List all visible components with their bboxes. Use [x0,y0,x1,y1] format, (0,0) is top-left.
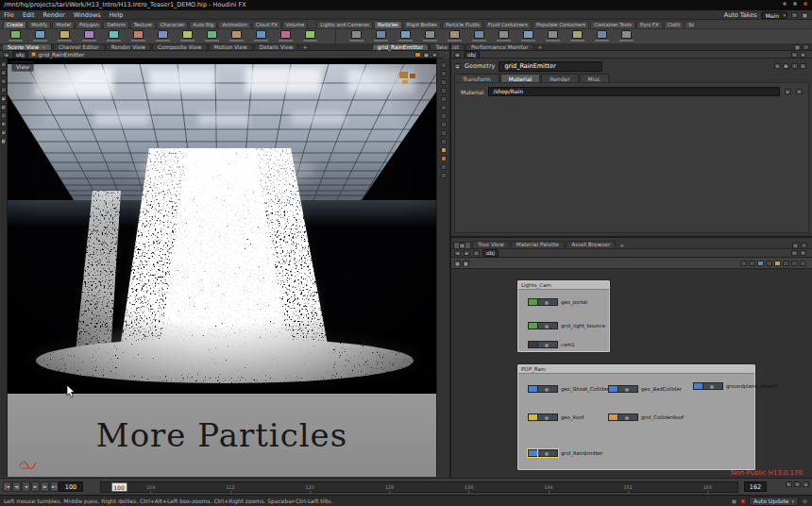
auto-takes-label[interactable]: Auto Takes [724,11,757,19]
shelf-tab[interactable]: Volume [282,21,308,28]
status-menu-icon[interactable]: ⋮ [802,498,808,504]
viewport-display-icon[interactable] [441,173,447,178]
network-box-title[interactable]: Lights_Cam [518,281,609,290]
node-flag-icon[interactable] [528,298,538,306]
shelf-tab[interactable]: Deform [103,21,128,28]
network-path-chip[interactable]: obj [482,249,499,257]
shelf-tool-icon[interactable] [418,30,441,42]
misc-tool-icon[interactable]: ■ [1,138,7,143]
node-body[interactable] [618,385,638,393]
node-flag-icon[interactable] [528,413,538,421]
message-log-icon[interactable]: ▤ [731,498,737,504]
tab-network-view[interactable]: ▤ [453,242,471,248]
pane-tab[interactable]: grid_RainEmitter [372,43,429,50]
shelf-tab[interactable]: Particle Fluids [442,21,483,28]
node-flag-icon[interactable] [31,52,36,57]
plus-icon[interactable]: + [299,43,310,50]
shelf-tool-icon[interactable] [369,30,392,42]
shelf-tool-icon[interactable] [176,30,198,42]
auto-update-selector[interactable]: Auto Update ▾ [749,497,799,506]
back-icon[interactable]: ◄ [454,250,461,256]
node-chooser-icon[interactable]: ▸ [785,89,791,94]
network-box-POP_Rain[interactable]: POP_Rain geo_Ghost_Collider geo_BedColli… [517,364,755,470]
playbar-prefs-icon[interactable]: ≡ [794,481,801,487]
pane-tab[interactable]: Details View [254,43,299,50]
shelf-tab[interactable]: Pyro FX [636,21,663,28]
pose-icon[interactable]: ● [1,95,7,101]
node-body[interactable] [538,322,558,329]
viewport-display-icon[interactable] [441,113,447,119]
shelf-tab[interactable]: Cloud FX [252,21,281,28]
shelf-tool-icon[interactable] [28,30,51,42]
node-flag-icon[interactable] [608,385,618,393]
node-flag-icon[interactable] [528,341,538,348]
viewport-display-icon[interactable] [441,62,447,68]
scale-icon[interactable]: ⤢ [1,87,7,93]
snap-icon[interactable]: ▦ [1,104,7,110]
snap-grid-icon[interactable]: ▦ [454,261,461,266]
shelf-tool-icon[interactable] [443,30,465,42]
plus-icon[interactable]: + [617,242,627,248]
shelf-tool-icon[interactable] [467,30,490,42]
viewport-display-icon[interactable] [441,164,447,170]
shelf-tool-icon[interactable] [298,30,321,42]
shelf-tab[interactable]: Particles [374,21,402,28]
node-geo_Roof[interactable]: geo_Roof [528,413,584,421]
shelf-tab[interactable]: Texture [130,21,156,28]
shelf-tab[interactable]: Populate Containers [533,21,589,28]
timeline-ruler[interactable]: 100 104112120128136144152160 [100,481,738,493]
viewport-display-icon[interactable] [441,147,447,153]
pane-tab[interactable]: Composite View [152,43,208,50]
node-flag-icon[interactable] [528,385,538,393]
pane-tab[interactable]: Performance Monitor [465,43,534,50]
snapshot-icon[interactable] [414,52,421,58]
menu-render[interactable]: Render [42,11,64,19]
path-node-name[interactable]: grid_RainEmitter [39,52,84,58]
pane-tab[interactable]: Asset Browser [566,241,616,248]
desktop-menu-icon[interactable]: ▦ [802,12,808,18]
shelf-tab[interactable]: Model [52,21,75,28]
current-frame-field[interactable]: 100 [59,481,83,492]
shelf-tool-icon[interactable] [590,30,613,42]
shelf-tab[interactable]: Create [3,21,26,28]
select-icon[interactable]: ➤ [1,61,7,67]
pane-tab[interactable]: Motion View [209,43,253,50]
shelf-tab[interactable]: Container Tools [590,21,635,28]
network-display-icon[interactable] [740,261,747,266]
shelf-tab[interactable]: Lights and Cameras [316,21,373,28]
forward-icon[interactable]: ► [464,250,470,256]
material-value-field[interactable]: /shop/Rain [488,87,780,96]
plus-icon[interactable]: + [535,43,546,50]
param-path-chip[interactable]: obj [464,51,480,59]
chevron-down-icon[interactable]: ▾ [431,52,438,58]
scene-viewport[interactable]: View More Particles [8,59,436,477]
take-menu-icon[interactable]: ≡ [791,12,798,18]
maximize-icon[interactable] [792,1,798,7]
node-name-field[interactable]: grid_RainEmitter [499,61,602,72]
shelf-tab[interactable]: Modify [27,21,51,28]
jump-icon[interactable]: ↻ [774,63,781,69]
viewport-display-icon[interactable] [441,156,447,161]
take-selector[interactable]: Main▾ [761,11,787,19]
viewport-menu-button[interactable]: View [11,61,34,72]
node-geo_BedCollider[interactable]: geo_BedCollider [608,384,682,393]
viewport-display-icon[interactable] [441,139,447,144]
node-body[interactable] [703,382,723,390]
node-grid_RainEmitter[interactable]: grid_RainEmitter [528,448,602,457]
close-icon[interactable] [803,1,808,7]
shelf-tab[interactable]: Auto Rig [189,21,217,28]
handles-icon[interactable]: ✚ [1,121,7,126]
link-icon[interactable]: ◈ [454,52,461,58]
pane-tab[interactable]: Tree View [472,241,510,248]
shelf-tool-icon[interactable] [394,30,416,42]
network-display-icon[interactable] [749,261,755,266]
path-root-chip[interactable]: obj [12,51,28,59]
network-box-Lights_Cam[interactable]: Lights_Cam geo_portal grid_light_bounce … [517,280,610,352]
chevron-up-icon[interactable]: ▴ [803,481,809,487]
jump-to-start-icon[interactable]: |◄ [3,481,11,492]
pane-tab[interactable]: Scene View× [2,43,52,50]
pane-split-icon[interactable]: ▥ [794,44,801,50]
node-body[interactable] [538,298,558,306]
shelf-tab[interactable]: Solid [685,21,694,28]
network-display-icon[interactable] [757,261,764,266]
